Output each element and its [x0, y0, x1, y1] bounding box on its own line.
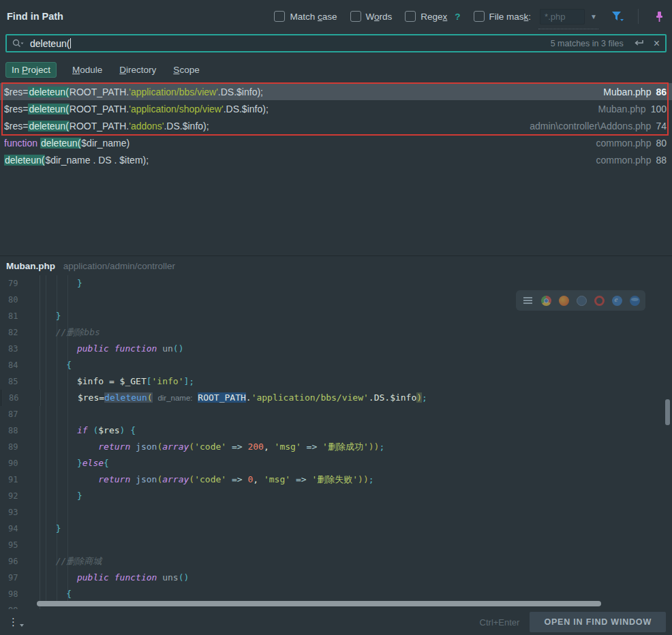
line-number: 92: [0, 488, 40, 504]
opera-browser-icon[interactable]: [594, 296, 605, 306]
result-file-name: Muban.php: [598, 104, 646, 114]
edge-browser-icon[interactable]: [630, 296, 640, 306]
search-input[interactable]: deleteun( 5 matches in 3 files ×: [5, 34, 667, 52]
code-line[interactable]: 90 }else{: [0, 455, 672, 471]
code-token: =>: [296, 474, 307, 484]
match-highlight: deleteun: [104, 392, 147, 403]
tab-directory[interactable]: Directory: [118, 62, 157, 78]
results-list: $res=deleteun(ROOT_PATH.'application/bbs…: [0, 83, 672, 168]
code-token: [226, 474, 232, 484]
words-checkbox[interactable]: Words: [350, 11, 393, 22]
code-token: $res=: [78, 392, 104, 403]
result-row[interactable]: $res=deleteun(ROOT_PATH.'application/sho…: [0, 100, 672, 117]
code-token: ;: [379, 442, 384, 452]
code-line[interactable]: 97 public function uns(): [0, 570, 672, 586]
firefox-browser-icon[interactable]: [559, 296, 569, 306]
filter-button[interactable]: [610, 9, 625, 24]
scope-tabs: In Project Module Directory Scope: [5, 62, 201, 78]
file-mask-combo[interactable]: *.php ▼: [540, 9, 597, 25]
ie-browser-icon[interactable]: [612, 296, 622, 306]
line-number: 89: [0, 439, 40, 455]
vertical-scrollbar[interactable]: [665, 399, 670, 425]
code-line[interactable]: 83 public function un(): [0, 341, 672, 357]
code-token: 'code': [194, 474, 226, 484]
code-text: {: [40, 586, 672, 602]
code-line[interactable]: 92 }: [0, 488, 672, 504]
more-options-icon[interactable]: ⋮: [8, 616, 24, 628]
code-token: [: [147, 376, 152, 386]
code-line[interactable]: 84 {: [0, 357, 672, 373]
clear-search-button[interactable]: ×: [654, 38, 660, 49]
code-token: =>: [307, 442, 318, 452]
file-mask-value[interactable]: *.php: [540, 9, 585, 25]
code-line[interactable]: 94 }: [0, 521, 672, 537]
shortcut-hint: Ctrl+Enter: [480, 617, 520, 628]
code-line[interactable]: 79 }: [0, 275, 672, 292]
regex-label: Regex: [421, 12, 447, 22]
regex-checkbox[interactable]: Regex ?: [405, 11, 460, 22]
code-line[interactable]: 85 $info = $_GET['info'];: [0, 373, 672, 390]
result-row[interactable]: deleteun($dir_name . DS . $item);common.…: [0, 151, 672, 168]
tab-in-project[interactable]: In Project: [5, 62, 57, 78]
browser-settings-icon[interactable]: [523, 296, 534, 306]
horizontal-scrollbar[interactable]: [37, 601, 601, 606]
code-line[interactable]: 95: [0, 537, 672, 553]
code-line[interactable]: 82 //删除bbs: [0, 324, 672, 341]
chrome-browser-icon[interactable]: [541, 296, 551, 306]
code-line[interactable]: 88 if ($res) {: [0, 422, 672, 439]
code-line[interactable]: 93: [0, 504, 672, 521]
pin-button[interactable]: [652, 9, 667, 24]
checkbox-icon[interactable]: [405, 11, 416, 22]
code-token: .DS.$info);: [218, 87, 263, 97]
preview-file-name: Muban.php: [6, 261, 55, 271]
checkbox-icon[interactable]: [350, 11, 361, 22]
match-highlight: deleteun(: [4, 155, 45, 166]
result-code-snippet: $res=deleteun(ROOT_PATH.'application/sho…: [4, 104, 590, 114]
code-line[interactable]: 96 //删除商城: [0, 553, 672, 570]
code-token: (): [173, 343, 184, 354]
chevron-down-icon[interactable]: ▼: [590, 13, 597, 20]
code-text: return json(array('code' => 0, 'msg' => …: [40, 471, 672, 488]
code-token: =>: [232, 442, 243, 452]
match-case-checkbox[interactable]: Match case: [274, 11, 337, 22]
regex-help-icon[interactable]: ?: [455, 12, 460, 22]
text-caret: [70, 38, 71, 48]
result-row[interactable]: $res=deleteun(ROOT_PATH.'addons'.DS.$inf…: [0, 117, 672, 134]
match-highlight: deleteun(: [28, 87, 69, 97]
result-row[interactable]: function deleteun($dir_name)common.php80: [0, 134, 672, 151]
code-line[interactable]: 98 {: [0, 586, 672, 602]
line-number: 90: [0, 455, 40, 471]
checkbox-icon[interactable]: [474, 11, 485, 22]
code-line[interactable]: 87: [0, 406, 672, 422]
code-token: [45, 458, 77, 468]
code-token: (): [179, 572, 189, 583]
code-token: [45, 589, 66, 599]
code-token: .DS.$info: [369, 392, 416, 403]
line-number: 97: [0, 570, 40, 586]
tab-scope[interactable]: Scope: [172, 62, 200, 78]
dialog-header: Find in Path Match case Words Regex ? Fi…: [0, 0, 672, 33]
open-in-find-window-button[interactable]: OPEN IN FIND WINDOW: [530, 612, 666, 632]
file-mask-checkbox[interactable]: File mask:: [474, 11, 532, 22]
checkbox-icon[interactable]: [274, 11, 285, 22]
code-line[interactable]: 86 $res=deleteun( dir_name: ROOT_PATH.'a…: [1, 390, 1, 406]
code-line[interactable]: 89 return json(array('code' => 200, 'msg…: [0, 439, 672, 455]
code-token: 'application/bbs/view': [251, 392, 369, 403]
code-token: array: [162, 442, 189, 452]
code-text: return json(array('code' => 200, 'msg' =…: [40, 439, 672, 455]
preview-header: Muban.php application/admin/controller: [6, 261, 175, 271]
search-icon[interactable]: [12, 39, 24, 48]
search-query[interactable]: deleteun(: [30, 38, 70, 49]
code-text: $info = $_GET['info'];: [40, 373, 672, 390]
code-token: $res=: [4, 104, 28, 114]
code-token: [45, 278, 77, 288]
safari-browser-icon[interactable]: [577, 296, 587, 306]
result-row[interactable]: $res=deleteun(ROOT_PATH.'application/bbs…: [0, 83, 672, 100]
insert-newline-button[interactable]: [633, 40, 644, 48]
line-number: 80: [0, 292, 40, 308]
result-code-snippet: $res=deleteun(ROOT_PATH.'application/bbs…: [4, 87, 595, 97]
code-preview-editor[interactable]: 79 }8081 }82 //删除bbs83 public function u…: [0, 275, 672, 619]
code-line[interactable]: 91 return json(array('code' => 0, 'msg' …: [0, 471, 672, 488]
tab-module[interactable]: Module: [71, 62, 104, 78]
code-token: uns: [162, 572, 178, 583]
